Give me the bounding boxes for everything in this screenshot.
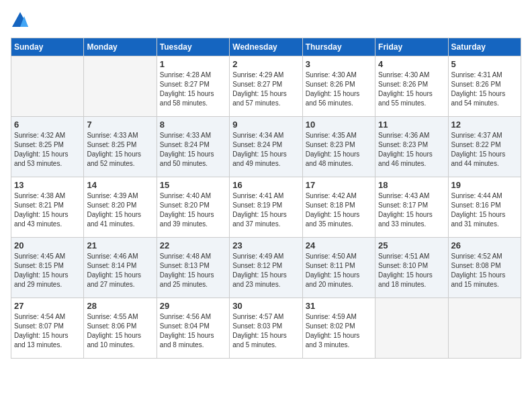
calendar-cell: 1Sunrise: 4:28 AM Sunset: 8:27 PM Daylig…: [157, 56, 229, 117]
calendar-cell: 25Sunrise: 4:51 AM Sunset: 8:10 PM Dayli…: [375, 238, 448, 298]
day-info: Sunrise: 4:32 AM Sunset: 8:25 PM Dayligh…: [14, 131, 81, 169]
day-number: 19: [451, 180, 518, 190]
calendar-week-row: 6Sunrise: 4:32 AM Sunset: 8:25 PM Daylig…: [11, 117, 521, 177]
calendar-header-row: SundayMondayTuesdayWednesdayThursdayFrid…: [11, 38, 521, 56]
calendar-cell: 9Sunrise: 4:34 AM Sunset: 8:24 PM Daylig…: [230, 117, 302, 177]
day-number: 28: [87, 301, 153, 311]
calendar-cell: 7Sunrise: 4:33 AM Sunset: 8:25 PM Daylig…: [84, 117, 157, 177]
calendar-cell: [84, 56, 157, 117]
calendar-cell: 22Sunrise: 4:48 AM Sunset: 8:13 PM Dayli…: [157, 238, 229, 298]
calendar-week-row: 27Sunrise: 4:54 AM Sunset: 8:07 PM Dayli…: [11, 298, 521, 359]
day-info: Sunrise: 4:43 AM Sunset: 8:17 PM Dayligh…: [378, 191, 445, 229]
day-number: 12: [451, 120, 518, 130]
calendar-cell: [448, 298, 521, 359]
day-number: 17: [306, 180, 372, 190]
weekday-header: Wednesday: [230, 38, 302, 56]
weekday-header: Monday: [84, 38, 157, 56]
calendar-cell: 23Sunrise: 4:49 AM Sunset: 8:12 PM Dayli…: [230, 238, 302, 298]
calendar-week-row: 1Sunrise: 4:28 AM Sunset: 8:27 PM Daylig…: [11, 56, 521, 117]
calendar-cell: 13Sunrise: 4:38 AM Sunset: 8:21 PM Dayli…: [11, 177, 84, 238]
calendar-cell: 18Sunrise: 4:43 AM Sunset: 8:17 PM Dayli…: [375, 177, 448, 238]
calendar-cell: 28Sunrise: 4:55 AM Sunset: 8:06 PM Dayli…: [84, 298, 157, 359]
day-number: 9: [232, 120, 299, 130]
day-number: 24: [306, 240, 372, 250]
calendar-cell: 21Sunrise: 4:46 AM Sunset: 8:14 PM Dayli…: [84, 238, 157, 298]
day-number: 21: [87, 240, 153, 250]
calendar-cell: 14Sunrise: 4:39 AM Sunset: 8:20 PM Dayli…: [84, 177, 157, 238]
calendar-week-row: 20Sunrise: 4:45 AM Sunset: 8:15 PM Dayli…: [11, 238, 521, 298]
calendar-cell: 29Sunrise: 4:56 AM Sunset: 8:04 PM Dayli…: [157, 298, 229, 359]
logo-icon: [11, 11, 30, 30]
day-number: 14: [87, 180, 153, 190]
day-number: 31: [306, 301, 372, 311]
calendar-table: SundayMondayTuesdayWednesdayThursdayFrid…: [11, 38, 521, 359]
day-info: Sunrise: 4:30 AM Sunset: 8:26 PM Dayligh…: [378, 71, 445, 108]
day-number: 15: [160, 180, 226, 190]
logo: [11, 11, 32, 30]
day-number: 3: [306, 59, 372, 69]
calendar-cell: [375, 298, 448, 359]
day-number: 11: [378, 120, 445, 130]
day-info: Sunrise: 4:42 AM Sunset: 8:18 PM Dayligh…: [306, 191, 372, 229]
weekday-header: Saturday: [448, 38, 521, 56]
day-number: 18: [378, 180, 445, 190]
day-info: Sunrise: 4:34 AM Sunset: 8:24 PM Dayligh…: [232, 131, 299, 169]
day-number: 13: [14, 180, 81, 190]
day-info: Sunrise: 4:31 AM Sunset: 8:26 PM Dayligh…: [451, 71, 518, 108]
day-info: Sunrise: 4:54 AM Sunset: 8:07 PM Dayligh…: [14, 312, 81, 350]
day-info: Sunrise: 4:29 AM Sunset: 8:27 PM Dayligh…: [232, 71, 299, 108]
calendar-cell: 11Sunrise: 4:36 AM Sunset: 8:23 PM Dayli…: [375, 117, 448, 177]
day-number: 27: [14, 301, 81, 311]
day-number: 8: [160, 120, 226, 130]
day-info: Sunrise: 4:38 AM Sunset: 8:21 PM Dayligh…: [14, 191, 81, 229]
page-header: [11, 11, 521, 30]
calendar-cell: 10Sunrise: 4:35 AM Sunset: 8:23 PM Dayli…: [302, 117, 375, 177]
day-number: 25: [378, 240, 445, 250]
day-number: 10: [306, 120, 372, 130]
calendar-cell: 19Sunrise: 4:44 AM Sunset: 8:16 PM Dayli…: [448, 177, 521, 238]
day-number: 22: [160, 240, 226, 250]
day-info: Sunrise: 4:39 AM Sunset: 8:20 PM Dayligh…: [87, 191, 153, 229]
day-info: Sunrise: 4:33 AM Sunset: 8:24 PM Dayligh…: [160, 131, 226, 169]
day-number: 16: [232, 180, 299, 190]
day-info: Sunrise: 4:50 AM Sunset: 8:11 PM Dayligh…: [306, 252, 372, 289]
day-number: 26: [451, 240, 518, 250]
day-info: Sunrise: 4:45 AM Sunset: 8:15 PM Dayligh…: [14, 252, 81, 289]
calendar-cell: 26Sunrise: 4:52 AM Sunset: 8:08 PM Dayli…: [448, 238, 521, 298]
calendar-cell: 30Sunrise: 4:57 AM Sunset: 8:03 PM Dayli…: [230, 298, 302, 359]
day-number: 4: [378, 59, 445, 69]
day-number: 23: [232, 240, 299, 250]
calendar-cell: 16Sunrise: 4:41 AM Sunset: 8:19 PM Dayli…: [230, 177, 302, 238]
calendar-cell: 5Sunrise: 4:31 AM Sunset: 8:26 PM Daylig…: [448, 56, 521, 117]
calendar-cell: 27Sunrise: 4:54 AM Sunset: 8:07 PM Dayli…: [11, 298, 84, 359]
day-info: Sunrise: 4:46 AM Sunset: 8:14 PM Dayligh…: [87, 252, 153, 289]
day-info: Sunrise: 4:55 AM Sunset: 8:06 PM Dayligh…: [87, 312, 153, 350]
day-info: Sunrise: 4:57 AM Sunset: 8:03 PM Dayligh…: [232, 312, 299, 350]
calendar-cell: 6Sunrise: 4:32 AM Sunset: 8:25 PM Daylig…: [11, 117, 84, 177]
day-info: Sunrise: 4:51 AM Sunset: 8:10 PM Dayligh…: [378, 252, 445, 289]
calendar-cell: 8Sunrise: 4:33 AM Sunset: 8:24 PM Daylig…: [157, 117, 229, 177]
calendar-cell: 31Sunrise: 4:59 AM Sunset: 8:02 PM Dayli…: [302, 298, 375, 359]
weekday-header: Thursday: [302, 38, 375, 56]
day-info: Sunrise: 4:36 AM Sunset: 8:23 PM Dayligh…: [378, 131, 445, 169]
calendar-cell: 12Sunrise: 4:37 AM Sunset: 8:22 PM Dayli…: [448, 117, 521, 177]
day-info: Sunrise: 4:49 AM Sunset: 8:12 PM Dayligh…: [232, 252, 299, 289]
day-info: Sunrise: 4:37 AM Sunset: 8:22 PM Dayligh…: [451, 131, 518, 169]
day-info: Sunrise: 4:40 AM Sunset: 8:20 PM Dayligh…: [160, 191, 226, 229]
day-info: Sunrise: 4:33 AM Sunset: 8:25 PM Dayligh…: [87, 131, 153, 169]
day-number: 2: [232, 59, 299, 69]
day-info: Sunrise: 4:41 AM Sunset: 8:19 PM Dayligh…: [232, 191, 299, 229]
day-info: Sunrise: 4:52 AM Sunset: 8:08 PM Dayligh…: [451, 252, 518, 289]
day-info: Sunrise: 4:30 AM Sunset: 8:26 PM Dayligh…: [306, 71, 372, 108]
day-number: 7: [87, 120, 153, 130]
day-number: 5: [451, 59, 518, 69]
day-number: 29: [160, 301, 226, 311]
calendar-cell: 15Sunrise: 4:40 AM Sunset: 8:20 PM Dayli…: [157, 177, 229, 238]
calendar-cell: [11, 56, 84, 117]
calendar-cell: 2Sunrise: 4:29 AM Sunset: 8:27 PM Daylig…: [230, 56, 302, 117]
weekday-header: Sunday: [11, 38, 84, 56]
calendar-cell: 17Sunrise: 4:42 AM Sunset: 8:18 PM Dayli…: [302, 177, 375, 238]
day-info: Sunrise: 4:48 AM Sunset: 8:13 PM Dayligh…: [160, 252, 226, 289]
day-info: Sunrise: 4:28 AM Sunset: 8:27 PM Dayligh…: [160, 71, 226, 108]
day-number: 1: [160, 59, 226, 69]
